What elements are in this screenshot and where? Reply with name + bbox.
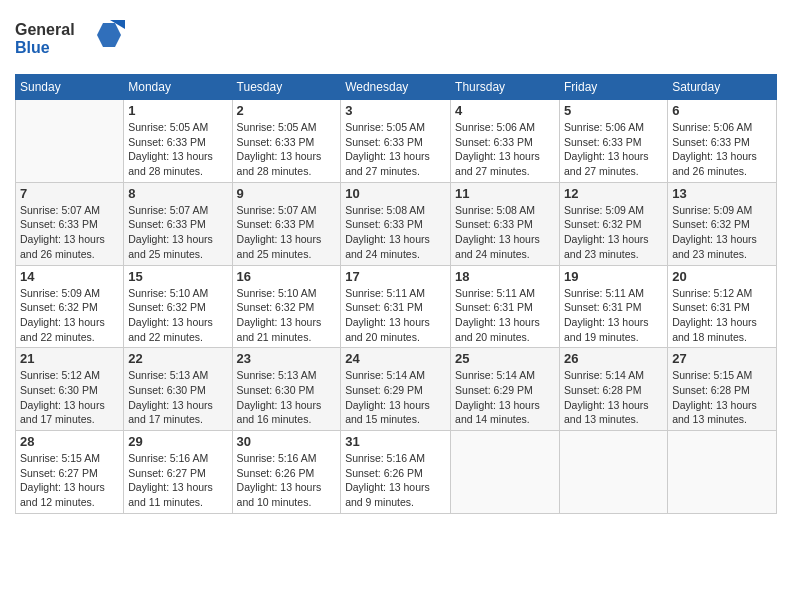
day-info: Sunrise: 5:11 AM Sunset: 6:31 PM Dayligh… xyxy=(345,286,446,345)
day-number: 29 xyxy=(128,434,227,449)
calendar-cell: 22Sunrise: 5:13 AM Sunset: 6:30 PM Dayli… xyxy=(124,348,232,431)
day-number: 6 xyxy=(672,103,772,118)
calendar-week-row: 28Sunrise: 5:15 AM Sunset: 6:27 PM Dayli… xyxy=(16,431,777,514)
day-number: 18 xyxy=(455,269,555,284)
calendar-cell xyxy=(559,431,667,514)
day-info: Sunrise: 5:13 AM Sunset: 6:30 PM Dayligh… xyxy=(237,368,337,427)
day-info: Sunrise: 5:05 AM Sunset: 6:33 PM Dayligh… xyxy=(345,120,446,179)
calendar-cell: 29Sunrise: 5:16 AM Sunset: 6:27 PM Dayli… xyxy=(124,431,232,514)
day-number: 31 xyxy=(345,434,446,449)
calendar-cell: 3Sunrise: 5:05 AM Sunset: 6:33 PM Daylig… xyxy=(341,100,451,183)
calendar-week-row: 21Sunrise: 5:12 AM Sunset: 6:30 PM Dayli… xyxy=(16,348,777,431)
day-info: Sunrise: 5:14 AM Sunset: 6:29 PM Dayligh… xyxy=(345,368,446,427)
calendar-cell: 11Sunrise: 5:08 AM Sunset: 6:33 PM Dayli… xyxy=(451,182,560,265)
calendar-day-header: Sunday xyxy=(16,75,124,100)
calendar-cell xyxy=(451,431,560,514)
calendar-cell: 9Sunrise: 5:07 AM Sunset: 6:33 PM Daylig… xyxy=(232,182,341,265)
logo-text: General Blue xyxy=(15,15,135,64)
day-info: Sunrise: 5:16 AM Sunset: 6:26 PM Dayligh… xyxy=(237,451,337,510)
day-info: Sunrise: 5:14 AM Sunset: 6:28 PM Dayligh… xyxy=(564,368,663,427)
day-number: 15 xyxy=(128,269,227,284)
day-number: 11 xyxy=(455,186,555,201)
calendar-cell: 4Sunrise: 5:06 AM Sunset: 6:33 PM Daylig… xyxy=(451,100,560,183)
day-number: 25 xyxy=(455,351,555,366)
day-number: 14 xyxy=(20,269,119,284)
calendar-cell xyxy=(16,100,124,183)
day-info: Sunrise: 5:16 AM Sunset: 6:27 PM Dayligh… xyxy=(128,451,227,510)
day-number: 20 xyxy=(672,269,772,284)
day-number: 12 xyxy=(564,186,663,201)
day-info: Sunrise: 5:05 AM Sunset: 6:33 PM Dayligh… xyxy=(128,120,227,179)
day-number: 28 xyxy=(20,434,119,449)
day-info: Sunrise: 5:09 AM Sunset: 6:32 PM Dayligh… xyxy=(564,203,663,262)
header: General Blue xyxy=(15,15,777,64)
day-number: 27 xyxy=(672,351,772,366)
day-info: Sunrise: 5:07 AM Sunset: 6:33 PM Dayligh… xyxy=(128,203,227,262)
calendar-day-header: Monday xyxy=(124,75,232,100)
calendar-cell: 27Sunrise: 5:15 AM Sunset: 6:28 PM Dayli… xyxy=(668,348,777,431)
day-info: Sunrise: 5:06 AM Sunset: 6:33 PM Dayligh… xyxy=(564,120,663,179)
calendar-cell xyxy=(668,431,777,514)
day-number: 13 xyxy=(672,186,772,201)
day-info: Sunrise: 5:11 AM Sunset: 6:31 PM Dayligh… xyxy=(564,286,663,345)
day-info: Sunrise: 5:12 AM Sunset: 6:30 PM Dayligh… xyxy=(20,368,119,427)
calendar-week-row: 7Sunrise: 5:07 AM Sunset: 6:33 PM Daylig… xyxy=(16,182,777,265)
day-number: 17 xyxy=(345,269,446,284)
day-number: 26 xyxy=(564,351,663,366)
calendar-cell: 2Sunrise: 5:05 AM Sunset: 6:33 PM Daylig… xyxy=(232,100,341,183)
calendar-day-header: Tuesday xyxy=(232,75,341,100)
day-number: 21 xyxy=(20,351,119,366)
svg-text:General: General xyxy=(15,21,75,38)
logo: General Blue xyxy=(15,15,135,64)
day-info: Sunrise: 5:09 AM Sunset: 6:32 PM Dayligh… xyxy=(672,203,772,262)
calendar-cell: 16Sunrise: 5:10 AM Sunset: 6:32 PM Dayli… xyxy=(232,265,341,348)
day-info: Sunrise: 5:07 AM Sunset: 6:33 PM Dayligh… xyxy=(237,203,337,262)
calendar-cell: 21Sunrise: 5:12 AM Sunset: 6:30 PM Dayli… xyxy=(16,348,124,431)
day-info: Sunrise: 5:06 AM Sunset: 6:33 PM Dayligh… xyxy=(672,120,772,179)
calendar-day-header: Friday xyxy=(559,75,667,100)
day-info: Sunrise: 5:10 AM Sunset: 6:32 PM Dayligh… xyxy=(237,286,337,345)
calendar-cell: 5Sunrise: 5:06 AM Sunset: 6:33 PM Daylig… xyxy=(559,100,667,183)
calendar-day-header: Thursday xyxy=(451,75,560,100)
calendar-cell: 30Sunrise: 5:16 AM Sunset: 6:26 PM Dayli… xyxy=(232,431,341,514)
calendar-cell: 14Sunrise: 5:09 AM Sunset: 6:32 PM Dayli… xyxy=(16,265,124,348)
day-number: 8 xyxy=(128,186,227,201)
day-number: 1 xyxy=(128,103,227,118)
day-number: 9 xyxy=(237,186,337,201)
day-number: 24 xyxy=(345,351,446,366)
day-info: Sunrise: 5:08 AM Sunset: 6:33 PM Dayligh… xyxy=(455,203,555,262)
day-number: 2 xyxy=(237,103,337,118)
day-number: 22 xyxy=(128,351,227,366)
day-number: 19 xyxy=(564,269,663,284)
day-number: 10 xyxy=(345,186,446,201)
day-info: Sunrise: 5:06 AM Sunset: 6:33 PM Dayligh… xyxy=(455,120,555,179)
day-number: 3 xyxy=(345,103,446,118)
calendar-cell: 7Sunrise: 5:07 AM Sunset: 6:33 PM Daylig… xyxy=(16,182,124,265)
day-info: Sunrise: 5:16 AM Sunset: 6:26 PM Dayligh… xyxy=(345,451,446,510)
calendar-cell: 13Sunrise: 5:09 AM Sunset: 6:32 PM Dayli… xyxy=(668,182,777,265)
day-info: Sunrise: 5:07 AM Sunset: 6:33 PM Dayligh… xyxy=(20,203,119,262)
day-info: Sunrise: 5:11 AM Sunset: 6:31 PM Dayligh… xyxy=(455,286,555,345)
calendar-cell: 31Sunrise: 5:16 AM Sunset: 6:26 PM Dayli… xyxy=(341,431,451,514)
calendar-cell: 26Sunrise: 5:14 AM Sunset: 6:28 PM Dayli… xyxy=(559,348,667,431)
calendar-cell: 19Sunrise: 5:11 AM Sunset: 6:31 PM Dayli… xyxy=(559,265,667,348)
calendar-cell: 20Sunrise: 5:12 AM Sunset: 6:31 PM Dayli… xyxy=(668,265,777,348)
day-info: Sunrise: 5:12 AM Sunset: 6:31 PM Dayligh… xyxy=(672,286,772,345)
day-number: 23 xyxy=(237,351,337,366)
svg-marker-2 xyxy=(97,23,121,47)
day-info: Sunrise: 5:08 AM Sunset: 6:33 PM Dayligh… xyxy=(345,203,446,262)
day-info: Sunrise: 5:15 AM Sunset: 6:28 PM Dayligh… xyxy=(672,368,772,427)
day-number: 5 xyxy=(564,103,663,118)
day-number: 16 xyxy=(237,269,337,284)
calendar-cell: 28Sunrise: 5:15 AM Sunset: 6:27 PM Dayli… xyxy=(16,431,124,514)
day-number: 7 xyxy=(20,186,119,201)
calendar-week-row: 1Sunrise: 5:05 AM Sunset: 6:33 PM Daylig… xyxy=(16,100,777,183)
calendar-header-row: SundayMondayTuesdayWednesdayThursdayFrid… xyxy=(16,75,777,100)
calendar-cell: 12Sunrise: 5:09 AM Sunset: 6:32 PM Dayli… xyxy=(559,182,667,265)
day-number: 30 xyxy=(237,434,337,449)
calendar-cell: 1Sunrise: 5:05 AM Sunset: 6:33 PM Daylig… xyxy=(124,100,232,183)
calendar-cell: 18Sunrise: 5:11 AM Sunset: 6:31 PM Dayli… xyxy=(451,265,560,348)
calendar-cell: 15Sunrise: 5:10 AM Sunset: 6:32 PM Dayli… xyxy=(124,265,232,348)
calendar-table: SundayMondayTuesdayWednesdayThursdayFrid… xyxy=(15,74,777,514)
calendar-cell: 6Sunrise: 5:06 AM Sunset: 6:33 PM Daylig… xyxy=(668,100,777,183)
